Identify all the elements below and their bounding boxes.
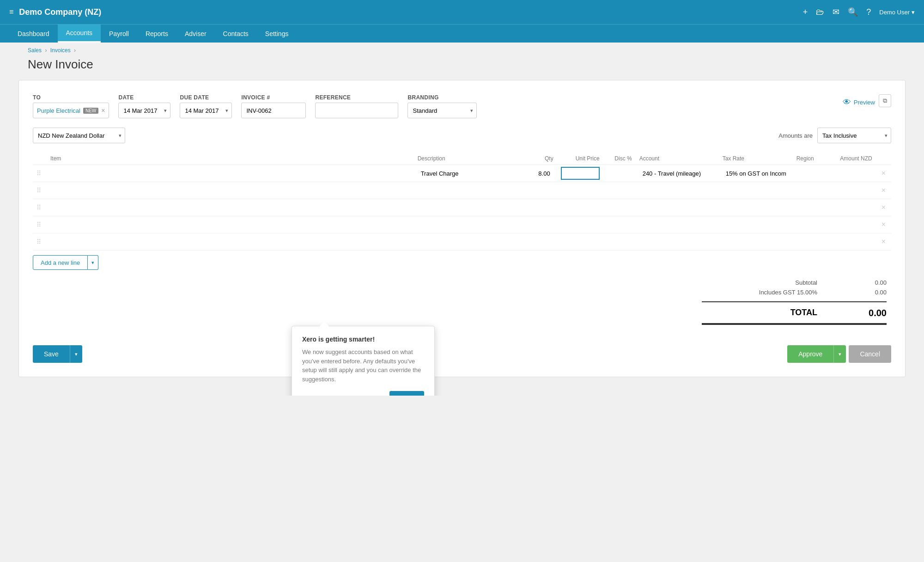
delete-row-icon[interactable]: × (880, 202, 888, 213)
tax-rate-input[interactable] (723, 201, 789, 214)
mail-icon[interactable]: ✉ (833, 7, 839, 17)
item-input[interactable] (50, 235, 410, 248)
amount-input[interactable] (833, 235, 872, 248)
item-input[interactable] (50, 184, 410, 197)
account-input[interactable] (639, 218, 715, 231)
qty-input[interactable] (529, 184, 553, 197)
disc-input[interactable] (607, 235, 632, 248)
search-icon[interactable]: 🔍 (848, 7, 858, 17)
add-line-arrow-button[interactable]: ▾ (88, 255, 98, 270)
nav-contacts[interactable]: Contacts (215, 25, 257, 42)
folder-icon[interactable]: 🗁 (816, 7, 824, 17)
drag-handle-icon[interactable]: ⠿ (36, 204, 41, 211)
drag-handle-icon[interactable]: ⠿ (36, 238, 41, 245)
unit-price-input[interactable] (561, 184, 600, 197)
plus-icon[interactable]: + (803, 7, 808, 17)
nav-payroll[interactable]: Payroll (101, 25, 137, 42)
to-close-icon[interactable]: × (101, 107, 105, 114)
tooltip-body: We now suggest accounts based on what yo… (302, 348, 424, 384)
form-row-main: To Purple Electrical NEW × Date 14 Mar 2… (33, 94, 891, 118)
qty-input[interactable] (529, 201, 553, 214)
disc-input[interactable] (607, 167, 632, 180)
region-input[interactable] (796, 218, 826, 231)
qty-input[interactable] (529, 218, 553, 231)
account-input[interactable] (639, 184, 715, 197)
save-btn-wrap: Save ▾ (33, 345, 82, 363)
tax-rate-input[interactable] (723, 235, 789, 248)
help-icon[interactable]: ? (866, 7, 871, 17)
approve-arrow-button[interactable]: ▾ (833, 345, 846, 363)
nav-adviser[interactable]: Adviser (176, 25, 215, 42)
amounts-select[interactable]: Tax Inclusive (817, 128, 891, 143)
unit-price-input[interactable] (561, 218, 600, 231)
save-arrow-button[interactable]: ▾ (70, 345, 82, 363)
invoice-num-input[interactable] (241, 103, 306, 118)
nav-accounts[interactable]: Accounts (58, 24, 101, 43)
delete-row-icon[interactable]: × (880, 236, 888, 247)
description-input[interactable] (418, 184, 521, 197)
drag-handle-icon[interactable]: ⠿ (36, 187, 41, 194)
description-input[interactable] (418, 235, 521, 248)
amount-input[interactable] (833, 184, 872, 197)
unit-price-input[interactable] (561, 201, 600, 214)
nav-reports[interactable]: Reports (137, 25, 176, 42)
tax-rate-input[interactable] (723, 167, 789, 180)
branding-select[interactable]: Standard (407, 103, 477, 118)
cancel-button[interactable]: Cancel (849, 345, 891, 363)
reference-input[interactable] (315, 103, 398, 118)
account-input[interactable] (639, 167, 715, 180)
qty-input[interactable] (529, 167, 553, 180)
account-input[interactable] (639, 201, 715, 214)
nav-settings[interactable]: Settings (257, 25, 297, 42)
delete-row-icon[interactable]: × (880, 184, 888, 196)
add-line-button[interactable]: Add a new line (33, 255, 88, 270)
description-input[interactable] (418, 201, 521, 214)
region-input[interactable] (796, 235, 826, 248)
disc-input[interactable] (607, 218, 632, 231)
branding-wrap: Standard ▾ (407, 103, 477, 118)
account-input[interactable] (639, 235, 715, 248)
qty-input[interactable] (529, 235, 553, 248)
menu-icon[interactable]: ≡ (9, 8, 13, 16)
item-input[interactable] (50, 167, 410, 180)
user-menu[interactable]: Demo User ▾ (879, 9, 915, 16)
amounts-select-wrap: Tax Inclusive ▾ (817, 128, 891, 143)
table-row: ⠿ × (33, 233, 891, 250)
breadcrumb-sales[interactable]: Sales (28, 47, 42, 54)
unit-price-input[interactable] (561, 167, 600, 180)
tax-rate-input[interactable] (723, 184, 789, 197)
drag-handle-icon[interactable]: ⠿ (36, 170, 41, 177)
delete-row-icon[interactable]: × (880, 167, 888, 179)
item-input[interactable] (50, 218, 410, 231)
description-input[interactable] (418, 218, 521, 231)
reference-label: Reference (315, 94, 398, 101)
unit-price-input[interactable] (561, 235, 600, 248)
drag-handle-icon[interactable]: ⠿ (36, 221, 41, 228)
region-input[interactable] (796, 167, 826, 180)
invoice-card: To Purple Electrical NEW × Date 14 Mar 2… (18, 80, 906, 377)
amount-input[interactable] (833, 201, 872, 214)
to-input-wrap[interactable]: Purple Electrical NEW × (33, 103, 109, 118)
item-input[interactable] (50, 201, 410, 214)
approve-button[interactable]: Approve (787, 345, 833, 363)
breadcrumb-invoices[interactable]: Invoices (50, 47, 71, 54)
currency-select[interactable]: NZD New Zealand Dollar (33, 128, 125, 143)
region-input[interactable] (796, 184, 826, 197)
preview-area: 👁 Preview ⧉ (843, 94, 891, 107)
got-it-button[interactable]: Got it! (389, 391, 424, 396)
disc-input[interactable] (607, 201, 632, 214)
due-date-select[interactable]: 14 Mar 2017 (180, 103, 232, 118)
col-tax-rate: Tax Rate (719, 153, 793, 165)
nav-dashboard[interactable]: Dashboard (9, 25, 58, 42)
disc-input[interactable] (607, 184, 632, 197)
date-select[interactable]: 14 Mar 2017 (118, 103, 170, 118)
delete-row-icon[interactable]: × (880, 219, 888, 230)
tax-rate-input[interactable] (723, 218, 789, 231)
save-button[interactable]: Save (33, 345, 70, 363)
copy-button[interactable]: ⧉ (879, 94, 891, 107)
amount-input[interactable] (833, 218, 872, 231)
amount-input[interactable] (833, 167, 872, 180)
preview-button[interactable]: 👁 Preview (843, 98, 875, 107)
description-input[interactable] (418, 167, 521, 180)
region-input[interactable] (796, 201, 826, 214)
